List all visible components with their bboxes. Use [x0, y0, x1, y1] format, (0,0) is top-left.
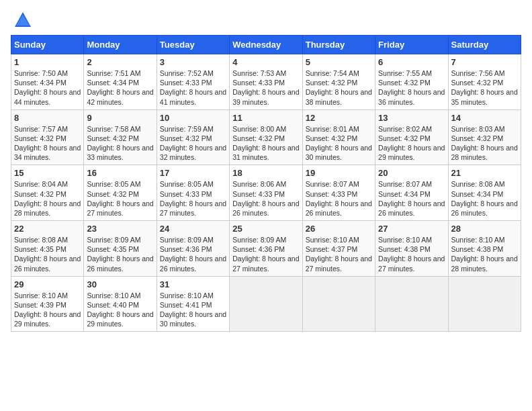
weekday-header-cell: Monday — [84, 36, 157, 54]
calendar-day-cell: 21 Sunrise: 8:08 AMSunset: 4:34 PMDaylig… — [448, 165, 521, 221]
calendar-day-cell: 30 Sunrise: 8:10 AMSunset: 4:40 PMDaylig… — [84, 276, 157, 332]
day-details: Sunrise: 7:53 AMSunset: 4:33 PMDaylight:… — [232, 69, 299, 106]
calendar-day-cell: 22 Sunrise: 8:08 AMSunset: 4:35 PMDaylig… — [11, 221, 84, 277]
calendar-day-cell — [230, 276, 302, 332]
weekday-header-cell: Sunday — [11, 36, 84, 54]
day-number: 21 — [451, 168, 518, 178]
day-number: 13 — [378, 113, 445, 123]
day-number: 9 — [87, 113, 153, 123]
day-number: 30 — [87, 279, 153, 289]
day-details: Sunrise: 8:02 AMSunset: 4:32 PMDaylight:… — [378, 125, 445, 162]
day-details: Sunrise: 7:56 AMSunset: 4:32 PMDaylight:… — [451, 69, 518, 106]
calendar-day-cell: 26 Sunrise: 8:10 AMSunset: 4:37 PMDaylig… — [302, 221, 375, 277]
day-details: Sunrise: 8:09 AMSunset: 4:36 PMDaylight:… — [160, 236, 226, 273]
day-number: 12 — [306, 113, 372, 123]
day-details: Sunrise: 8:10 AMSunset: 4:38 PMDaylight:… — [378, 236, 445, 273]
day-number: 19 — [306, 168, 372, 178]
day-details: Sunrise: 7:57 AMSunset: 4:32 PMDaylight:… — [14, 125, 81, 162]
day-details: Sunrise: 7:51 AMSunset: 4:34 PMDaylight:… — [87, 69, 153, 106]
day-details: Sunrise: 8:03 AMSunset: 4:32 PMDaylight:… — [451, 125, 518, 162]
day-number: 29 — [14, 279, 81, 289]
day-details: Sunrise: 7:55 AMSunset: 4:32 PMDaylight:… — [378, 69, 445, 106]
day-details: Sunrise: 8:09 AMSunset: 4:36 PMDaylight:… — [232, 236, 299, 273]
calendar-week-row: 1 Sunrise: 7:50 AMSunset: 4:34 PMDayligh… — [11, 54, 521, 110]
page-header — [11, 11, 521, 30]
day-number: 20 — [378, 168, 445, 178]
calendar-week-row: 15 Sunrise: 8:04 AMSunset: 4:32 PMDaylig… — [11, 165, 521, 221]
day-number: 3 — [160, 57, 226, 67]
day-details: Sunrise: 8:07 AMSunset: 4:33 PMDaylight:… — [306, 180, 372, 217]
day-number: 25 — [232, 224, 299, 234]
day-details: Sunrise: 8:07 AMSunset: 4:34 PMDaylight:… — [378, 180, 445, 217]
day-details: Sunrise: 8:10 AMSunset: 4:38 PMDaylight:… — [451, 236, 518, 273]
day-details: Sunrise: 8:09 AMSunset: 4:35 PMDaylight:… — [87, 236, 153, 273]
logo — [11, 11, 32, 30]
calendar-day-cell: 8 Sunrise: 7:57 AMSunset: 4:32 PMDayligh… — [11, 109, 84, 165]
day-number: 15 — [14, 168, 81, 178]
svg-marker-1 — [16, 15, 30, 26]
day-details: Sunrise: 7:50 AMSunset: 4:34 PMDaylight:… — [14, 69, 81, 106]
weekday-header-cell: Tuesday — [157, 36, 229, 54]
day-number: 11 — [232, 113, 299, 123]
day-number: 10 — [160, 113, 226, 123]
weekday-header-row: SundayMondayTuesdayWednesdayThursdayFrid… — [11, 36, 521, 54]
calendar-day-cell: 2 Sunrise: 7:51 AMSunset: 4:34 PMDayligh… — [84, 54, 157, 110]
day-number: 2 — [87, 57, 153, 67]
calendar-day-cell: 13 Sunrise: 8:02 AMSunset: 4:32 PMDaylig… — [375, 109, 448, 165]
calendar-day-cell: 28 Sunrise: 8:10 AMSunset: 4:38 PMDaylig… — [448, 221, 521, 277]
calendar-day-cell: 24 Sunrise: 8:09 AMSunset: 4:36 PMDaylig… — [157, 221, 229, 277]
day-details: Sunrise: 7:59 AMSunset: 4:32 PMDaylight:… — [160, 125, 226, 162]
calendar-day-cell: 14 Sunrise: 8:03 AMSunset: 4:32 PMDaylig… — [448, 109, 521, 165]
day-number: 22 — [14, 224, 81, 234]
day-number: 16 — [87, 168, 153, 178]
calendar-day-cell: 31 Sunrise: 8:10 AMSunset: 4:41 PMDaylig… — [157, 276, 229, 332]
calendar-day-cell: 10 Sunrise: 7:59 AMSunset: 4:32 PMDaylig… — [157, 109, 229, 165]
weekday-header-cell: Friday — [375, 36, 448, 54]
calendar-day-cell: 27 Sunrise: 8:10 AMSunset: 4:38 PMDaylig… — [375, 221, 448, 277]
day-details: Sunrise: 8:10 AMSunset: 4:37 PMDaylight:… — [306, 236, 372, 273]
calendar-day-cell: 20 Sunrise: 8:07 AMSunset: 4:34 PMDaylig… — [375, 165, 448, 221]
day-details: Sunrise: 8:06 AMSunset: 4:33 PMDaylight:… — [232, 180, 299, 217]
calendar-day-cell: 3 Sunrise: 7:52 AMSunset: 4:33 PMDayligh… — [157, 54, 229, 110]
calendar-day-cell: 9 Sunrise: 7:58 AMSunset: 4:32 PMDayligh… — [84, 109, 157, 165]
calendar-week-row: 8 Sunrise: 7:57 AMSunset: 4:32 PMDayligh… — [11, 109, 521, 165]
day-details: Sunrise: 8:08 AMSunset: 4:34 PMDaylight:… — [451, 180, 518, 217]
day-number: 1 — [14, 57, 81, 67]
weekday-header-cell: Saturday — [448, 36, 521, 54]
calendar-day-cell: 15 Sunrise: 8:04 AMSunset: 4:32 PMDaylig… — [11, 165, 84, 221]
calendar-day-cell: 12 Sunrise: 8:01 AMSunset: 4:32 PMDaylig… — [302, 109, 375, 165]
calendar-day-cell: 17 Sunrise: 8:05 AMSunset: 4:33 PMDaylig… — [157, 165, 229, 221]
day-details: Sunrise: 8:08 AMSunset: 4:35 PMDaylight:… — [14, 236, 81, 273]
calendar-day-cell: 29 Sunrise: 8:10 AMSunset: 4:39 PMDaylig… — [11, 276, 84, 332]
day-details: Sunrise: 8:04 AMSunset: 4:32 PMDaylight:… — [14, 180, 81, 217]
day-details: Sunrise: 8:00 AMSunset: 4:32 PMDaylight:… — [232, 125, 299, 162]
day-number: 28 — [451, 224, 518, 234]
day-number: 24 — [160, 224, 226, 234]
day-number: 6 — [378, 57, 445, 67]
day-number: 31 — [160, 279, 226, 289]
day-details: Sunrise: 7:54 AMSunset: 4:32 PMDaylight:… — [306, 69, 372, 106]
calendar-day-cell: 25 Sunrise: 8:09 AMSunset: 4:36 PMDaylig… — [230, 221, 302, 277]
calendar-day-cell: 19 Sunrise: 8:07 AMSunset: 4:33 PMDaylig… — [302, 165, 375, 221]
day-number: 4 — [232, 57, 299, 67]
day-details: Sunrise: 8:10 AMSunset: 4:40 PMDaylight:… — [87, 291, 153, 328]
day-details: Sunrise: 8:10 AMSunset: 4:39 PMDaylight:… — [14, 291, 81, 328]
weekday-header-cell: Thursday — [302, 36, 375, 54]
calendar-day-cell — [448, 276, 521, 332]
calendar-week-row: 29 Sunrise: 8:10 AMSunset: 4:39 PMDaylig… — [11, 276, 521, 332]
day-number: 27 — [378, 224, 445, 234]
calendar-day-cell — [302, 276, 375, 332]
weekday-header-cell: Wednesday — [230, 36, 302, 54]
day-number: 5 — [306, 57, 372, 67]
day-number: 8 — [14, 113, 81, 123]
calendar-day-cell: 23 Sunrise: 8:09 AMSunset: 4:35 PMDaylig… — [84, 221, 157, 277]
day-number: 23 — [87, 224, 153, 234]
calendar-day-cell: 6 Sunrise: 7:55 AMSunset: 4:32 PMDayligh… — [375, 54, 448, 110]
day-number: 14 — [451, 113, 518, 123]
calendar-day-cell — [375, 276, 448, 332]
calendar-day-cell: 5 Sunrise: 7:54 AMSunset: 4:32 PMDayligh… — [302, 54, 375, 110]
day-details: Sunrise: 8:05 AMSunset: 4:33 PMDaylight:… — [160, 180, 226, 217]
calendar-day-cell: 1 Sunrise: 7:50 AMSunset: 4:34 PMDayligh… — [11, 54, 84, 110]
day-details: Sunrise: 7:58 AMSunset: 4:32 PMDaylight:… — [87, 125, 153, 162]
day-number: 17 — [160, 168, 226, 178]
